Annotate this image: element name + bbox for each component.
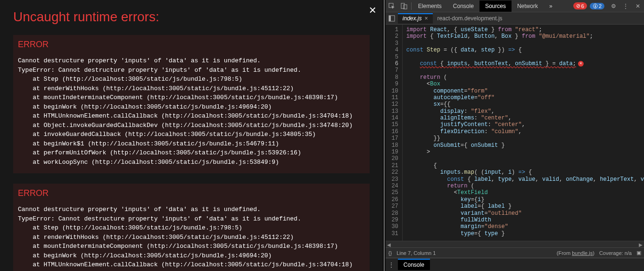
code-line[interactable] (406, 40, 644, 47)
code-line[interactable]: import { TextField, Button, Box } from "… (406, 33, 644, 40)
line-number[interactable]: 4 (386, 47, 402, 53)
file-tab-index-js[interactable]: index.js × (398, 13, 433, 24)
line-number[interactable]: 22 (386, 169, 402, 176)
error-badge-count: 6 (581, 3, 584, 9)
code-line[interactable]: margin="dense" (406, 223, 644, 230)
horizontal-scrollbar[interactable]: ◀ ▶ (386, 241, 644, 247)
gear-icon[interactable]: ⚙ (607, 0, 619, 12)
code-line[interactable]: justifyContent: "center", (406, 121, 644, 128)
code-line[interactable]: label={ label } (406, 203, 644, 210)
error-heading: ERROR (18, 40, 365, 50)
error-count-badge[interactable]: ⊘ 6 (573, 2, 587, 9)
runtime-error-overlay: × Uncaught runtime errors: ERROR Cannot … (0, 0, 383, 271)
code-line[interactable]: { (406, 162, 644, 169)
line-number[interactable]: 11 (386, 94, 402, 101)
code-line[interactable]: fullWidth (406, 217, 644, 223)
line-number[interactable]: 23 (386, 176, 402, 183)
device-toggle-icon[interactable] (398, 0, 410, 12)
line-number[interactable]: 21 (386, 162, 402, 169)
code-content[interactable]: import React, { useState } from "react";… (403, 25, 644, 241)
line-gutter: 1234567891011121314151617181920212223242… (386, 25, 403, 241)
scroll-right-icon[interactable]: ▶ (637, 241, 644, 248)
tab-network[interactable]: Network (512, 0, 544, 12)
console-drawer: ⋮ Console (386, 258, 644, 271)
info-count-badge[interactable]: 🛈 2 (590, 3, 604, 9)
code-line[interactable]: type={ type } (406, 230, 644, 237)
overlay-title: Uncaught runtime errors: (13, 9, 370, 25)
devtools-tabbar: Elements Console Sources Network » ⊘ 6 🛈… (386, 0, 644, 12)
line-number[interactable]: 12 (386, 101, 402, 108)
error-stack: Cannot destructure property 'inputs' of … (18, 205, 365, 271)
tab-sources[interactable]: Sources (479, 0, 512, 12)
source-link[interactable]: bundle.js (572, 250, 593, 256)
code-line[interactable]: }} (406, 135, 644, 142)
drawer-kebab-icon[interactable]: ⋮ (386, 261, 398, 269)
line-number[interactable]: 17 (386, 135, 402, 142)
code-editor[interactable]: 1234567891011121314151617181920212223242… (386, 25, 644, 241)
code-line[interactable]: return ( (406, 74, 644, 81)
line-number[interactable]: 5 (386, 54, 402, 60)
line-number[interactable]: 25 (386, 189, 402, 196)
coverage-icon[interactable]: ▣ (636, 250, 641, 256)
code-line[interactable] (406, 155, 644, 162)
svg-rect-4 (389, 16, 391, 21)
tab-elements[interactable]: Elements (413, 0, 447, 12)
line-number[interactable]: 13 (386, 108, 402, 115)
line-number[interactable]: 29 (386, 217, 402, 223)
code-line[interactable]: onSubmit={ onSubmit } (406, 142, 644, 149)
line-number[interactable]: 1 (386, 26, 402, 33)
line-number[interactable]: 9 (386, 81, 402, 87)
file-tabbar: index.js × react-dom.development.js (386, 12, 644, 25)
code-line[interactable]: <TextField (406, 189, 644, 196)
code-line[interactable] (406, 54, 644, 60)
line-number[interactable]: 16 (386, 128, 402, 135)
line-number[interactable]: 31 (386, 230, 402, 237)
line-number[interactable]: 7 (386, 67, 402, 74)
code-line[interactable]: const Step = ({ data, step }) => { (406, 47, 644, 53)
code-line[interactable]: variant="outlined" (406, 210, 644, 217)
code-line[interactable]: alignItems: "center", (406, 115, 644, 121)
code-line[interactable]: const { inputs, buttonText, onSubmit } =… (406, 60, 644, 67)
line-number[interactable]: 6 (386, 60, 402, 67)
code-line[interactable]: const { label, type, value, valid, onCha… (406, 176, 644, 183)
line-number[interactable]: 15 (386, 121, 402, 128)
line-number[interactable]: 14 (386, 115, 402, 121)
tabs-overflow-icon[interactable]: » (544, 0, 558, 12)
line-number[interactable]: 24 (386, 183, 402, 189)
code-line[interactable]: component="form" (406, 88, 644, 94)
line-number[interactable]: 10 (386, 88, 402, 94)
code-line[interactable]: return ( (406, 183, 644, 189)
file-tab-react-dom[interactable]: react-dom.development.js (433, 13, 507, 24)
code-line[interactable]: sx={{ (406, 101, 644, 108)
code-line[interactable]: > (406, 149, 644, 155)
close-devtools-icon[interactable]: ✕ (632, 0, 644, 12)
code-line[interactable]: autocomplete="off" (406, 94, 644, 101)
kebab-icon[interactable]: ⋮ (619, 0, 632, 12)
code-line[interactable]: flexDirection: "column", (406, 128, 644, 135)
code-line[interactable]: import React, { useState } from "react"; (406, 26, 644, 33)
line-number[interactable]: 20 (386, 155, 402, 162)
code-line[interactable]: <Box (406, 81, 644, 87)
cursor-position: Line 7, Column 1 (396, 250, 436, 256)
inspect-icon[interactable] (386, 0, 398, 12)
toggle-navigator-icon[interactable] (386, 13, 398, 24)
line-number[interactable]: 26 (386, 196, 402, 203)
close-tab-icon[interactable]: × (425, 15, 428, 22)
code-line[interactable] (406, 67, 644, 74)
code-line[interactable]: inputs.map( (input, i) => { (406, 169, 644, 176)
code-line[interactable]: key={i} (406, 196, 644, 203)
scroll-left-icon[interactable]: ◀ (386, 241, 392, 248)
line-number[interactable]: 3 (386, 40, 402, 47)
line-number[interactable]: 2 (386, 33, 402, 40)
line-number[interactable]: 27 (386, 203, 402, 210)
line-number[interactable]: 18 (386, 142, 402, 149)
line-number[interactable]: 19 (386, 149, 402, 155)
line-number[interactable]: 28 (386, 210, 402, 217)
code-line[interactable]: display: "flex", (406, 108, 644, 115)
drawer-tab-console[interactable]: Console (398, 259, 430, 270)
line-number[interactable]: 8 (386, 74, 402, 81)
pretty-print-icon[interactable]: {} (388, 250, 392, 256)
tab-console[interactable]: Console (447, 0, 479, 12)
close-icon[interactable]: × (369, 3, 376, 17)
line-number[interactable]: 30 (386, 223, 402, 230)
